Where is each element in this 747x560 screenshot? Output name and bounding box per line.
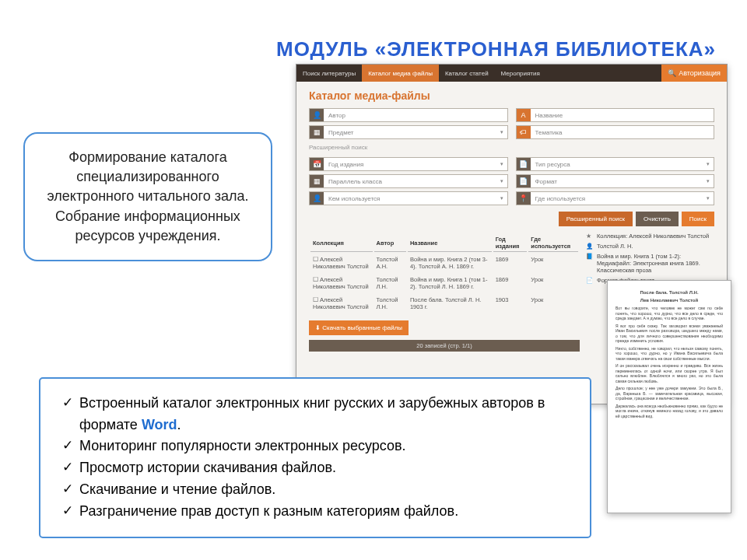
tag-icon: 🏷 — [517, 126, 531, 138]
col-title[interactable]: Название — [408, 234, 492, 252]
feature-item: Разграничение прав доступ к разным катег… — [59, 501, 571, 523]
search-icon: 🔍 — [668, 69, 676, 77]
grid-icon: ▦ — [310, 126, 324, 138]
resource-type-field[interactable]: 📄Тип ресурса▾ — [516, 157, 715, 171]
col-author[interactable]: Автор — [374, 234, 406, 252]
user-icon: 👤 — [310, 192, 324, 205]
filter-chip[interactable]: 👤Толстой Л. Н. — [586, 243, 714, 250]
calendar-icon: 📅 — [310, 158, 324, 170]
results-table: Коллекция Автор Название Год издания Где… — [309, 233, 580, 314]
col-year[interactable]: Год издания — [493, 234, 528, 252]
doc-icon: 📄 — [517, 175, 531, 187]
auth-button[interactable]: 🔍Авторизация — [661, 65, 727, 82]
top-nav: Поиск литературы Каталог медиа файлы Кат… — [296, 65, 727, 82]
word-link: Word — [142, 417, 177, 432]
slide-title: МОДУЛЬ «ЭЛЕКТРОННАЯ БИБЛИОТЕКА» — [276, 37, 716, 61]
col-collection[interactable]: Коллекция — [310, 234, 373, 252]
chevron-down-icon: ▾ — [496, 129, 507, 135]
page-heading: Каталог медиа-файлы — [309, 89, 714, 102]
used-where-field[interactable]: 📍Где используется▾ — [516, 191, 715, 205]
class-field[interactable]: ▦Параллель класса▾ — [309, 174, 508, 188]
doc-paragraph: Никто, собственно, не говорил, что нельз… — [615, 346, 723, 362]
doc-paragraph: Дело прошлое; у нее уже дочери замужем. … — [615, 386, 723, 401]
title-icon: A — [517, 109, 531, 121]
doc-paragraph: Я вот про себя скажу. Так заговорил всем… — [615, 324, 723, 344]
used-by-field[interactable]: 👤Кем используется▾ — [309, 191, 508, 205]
title-field[interactable]: AНазвание — [516, 108, 715, 122]
author-field[interactable]: 👤Автор — [309, 108, 508, 122]
format-field[interactable]: 📄Формат▾ — [516, 174, 715, 188]
feature-item: Просмотр истории скачивания файлов. — [59, 457, 571, 479]
doc-paragraph: Вот вы говорите, что человек не может са… — [615, 306, 723, 321]
subject-field[interactable]: ▦Предмет▾ — [309, 125, 508, 139]
col-where[interactable]: Где используется — [528, 234, 578, 252]
download-button[interactable]: ⬇ Скачать выбранные файлы — [309, 320, 409, 335]
callout-description: Формирование каталога специализированног… — [23, 132, 272, 261]
nav-tab[interactable]: Поиск литературы — [296, 65, 362, 82]
filter-chip[interactable]: ★Коллекция: Алексей Николаевич Толстой — [586, 233, 714, 240]
table-row[interactable]: ☐ Алексей Николаевич ТолстойТолстой Л.Н.… — [310, 294, 578, 313]
download-icon: ⬇ — [315, 324, 321, 331]
doc-paragraph: И он рассказывал очень искренно и правди… — [615, 363, 723, 383]
search-button[interactable]: Поиск — [682, 212, 714, 226]
clear-button[interactable]: Очистить — [636, 212, 679, 226]
grid-icon: ▦ — [310, 175, 324, 187]
filter-chip[interactable]: 📘Война и мир. Книга 1 (том 1-2): Медиафа… — [586, 253, 714, 274]
nav-tab[interactable]: Мероприятия — [495, 65, 546, 82]
doc-subtitle: Лев Николаевич Толстой — [615, 298, 723, 303]
location-icon: 📍 — [517, 192, 531, 205]
topic-field[interactable]: 🏷Тематика — [516, 125, 715, 139]
table-row[interactable]: ☐ Алексей Николаевич ТолстойТолстой А.Н.… — [310, 254, 578, 272]
doc-icon: 📄 — [517, 158, 531, 170]
feature-item: Встроенный каталог электронных книг русс… — [59, 393, 571, 436]
pager: 20 записей (стр. 1/1) — [309, 340, 580, 352]
nav-tab[interactable]: Каталог медиа файлы — [362, 65, 439, 82]
advanced-search-toggle[interactable]: Расширенный поиск — [309, 144, 714, 151]
nav-tab[interactable]: Каталог статей — [439, 65, 495, 82]
advanced-search-button[interactable]: Расширенный поиск — [559, 212, 633, 226]
year-field[interactable]: 📅Год издания▾ — [309, 157, 508, 171]
doc-paragraph: Держалась она всегда необыкновенно прямо… — [615, 404, 723, 419]
table-row[interactable]: ☐ Алексей Николаевич ТолстойТолстой Л.Н.… — [310, 274, 578, 292]
user-icon: 👤 — [310, 109, 324, 121]
callout-features: Встроенный каталог электронных книг русс… — [39, 377, 591, 538]
doc-title: После бала. Толстой Л.Н. — [615, 290, 723, 295]
document-preview: После бала. Толстой Л.Н. Лев Николаевич … — [607, 280, 731, 513]
feature-item: Скачивание и чтение файлов. — [59, 479, 571, 501]
feature-item: Мониторинг популярности электронных ресу… — [59, 436, 571, 457]
